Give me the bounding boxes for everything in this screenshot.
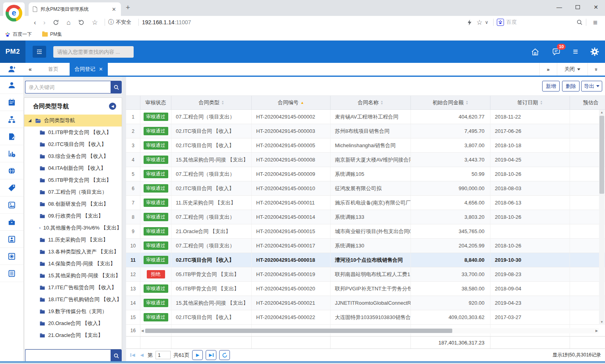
tree-item[interactable]: 13.各种类型投入资产 【支出】 xyxy=(24,246,122,258)
security-label[interactable]: 不安全 xyxy=(116,19,131,26)
panel-collapse-button[interactable]: ◀ xyxy=(109,103,116,110)
scroll-left-icon[interactable]: ◀ xyxy=(140,329,144,333)
browser-search-placeholder[interactable]: 百度 xyxy=(506,19,517,26)
column-header-签订日期[interactable]: 签订日期▲▼ xyxy=(490,96,570,109)
tree-root-node[interactable]: 合同类型导航 xyxy=(24,115,122,127)
sidebar-module-briefcase-icon[interactable] xyxy=(0,214,23,231)
last-page-button[interactable]: ▶ xyxy=(206,350,216,360)
tab-close-icon[interactable]: ✕ xyxy=(111,6,117,12)
prev-page-icon[interactable]: ◀ xyxy=(139,352,144,358)
sidebar-module-orgchart-icon[interactable] xyxy=(0,111,23,128)
tree-item[interactable]: 19.数字传媒分包（支同） xyxy=(24,306,122,317)
horizontal-scrollbar[interactable]: ◀ ▶ xyxy=(140,328,599,333)
tree-item[interactable]: 09.行政类合同 【支出】 xyxy=(24,210,122,222)
column-header-初始合同金额[interactable]: 初始合同金额▲▼ xyxy=(411,96,490,109)
tree-item[interactable]: 14.保险类合同-间接 【支出】 xyxy=(24,258,122,270)
close-window-icon[interactable]: ✕ xyxy=(587,4,605,10)
first-page-icon[interactable]: ◀ xyxy=(129,352,136,358)
scroll-down-icon[interactable]: ▼ xyxy=(600,319,603,325)
tree-item[interactable]: 07.工程合同（项目支出） xyxy=(24,186,122,198)
sidebar-module-tag-icon[interactable] xyxy=(0,179,23,197)
tree-filter-input[interactable] xyxy=(25,349,111,362)
tree-item[interactable]: 05.ITB甲骨文合同 【支出】 xyxy=(24,174,122,186)
table-row[interactable]: 5审核通过07.工程合同（项目支出）HT-20200429145-000009系… xyxy=(126,167,605,181)
table-row[interactable]: 2审核通过02.ITC项目合同 【收入】HT-20200429145-00000… xyxy=(126,124,605,138)
column-header-审核状态[interactable]: 审核状态 xyxy=(140,96,171,109)
delete-button[interactable]: 删除 xyxy=(562,81,580,91)
browser-tab[interactable]: 邦永PM2项目管理系统 ✕ xyxy=(29,2,121,16)
column-header-预估合[interactable]: 预估合 xyxy=(570,96,605,109)
tree-item[interactable]: 04.ITA创新合同 【收入】 xyxy=(24,162,122,174)
expand-icon[interactable] xyxy=(28,119,31,122)
column-header-合同类型[interactable]: 合同类型▲▼ xyxy=(171,96,252,109)
export-button[interactable]: 导出 xyxy=(581,81,602,91)
info-icon[interactable]: ⓘ xyxy=(108,19,114,26)
table-row[interactable]: 3审核通过02.ITC项目合同 【收入】HT-20200429145-00000… xyxy=(126,138,605,153)
sidebar-module-module-settings-icon[interactable] xyxy=(0,248,23,265)
back-icon[interactable]: ‹ xyxy=(34,19,36,26)
tree-search-input[interactable] xyxy=(25,81,111,93)
table-row[interactable]: 6审核通过02.ITC项目合同 【收入】HT-20200429145-00001… xyxy=(126,181,605,196)
scrollbar-thumb[interactable] xyxy=(145,329,452,333)
column-header-合同名称[interactable]: 合同名称▲▼ xyxy=(331,96,411,109)
home-button[interactable] xyxy=(531,47,540,56)
sidebar-module-globe-icon[interactable] xyxy=(0,162,23,179)
sort-icons[interactable]: ▲▼ xyxy=(222,100,224,105)
tree-item[interactable]: 03.综合业务合同 【收入】 xyxy=(24,150,122,162)
vertical-scrollbar[interactable]: ▲ ▼ xyxy=(599,110,605,325)
messages-button[interactable]: 10 xyxy=(552,47,561,56)
browser-menu-icon[interactable]: ≡ xyxy=(593,19,597,26)
table-row[interactable]: 8审核通过07.工程合同（项目支出）HT-20200429145-000014系… xyxy=(126,210,605,224)
next-page-button[interactable]: ▶ xyxy=(192,350,203,360)
undo-icon[interactable] xyxy=(78,19,85,26)
sort-icons[interactable]: ▲▼ xyxy=(540,100,543,105)
collapse-up-icon[interactable]: » xyxy=(587,63,605,76)
url-host[interactable]: 192.168.1.14 xyxy=(142,19,175,25)
tree-item[interactable]: 02.ITC项目合同 【收入】 xyxy=(24,138,122,150)
sidebar-module-report-person-icon[interactable] xyxy=(0,231,23,248)
table-row[interactable]: 11审核通过02.ITC项目合同 【收入】HT-20200429145-0000… xyxy=(126,253,605,267)
sidebar-account-cell[interactable] xyxy=(0,63,24,76)
tree-item[interactable]: 18.ITE广告机购销合同 【收入】 xyxy=(24,294,122,306)
scrollbar-thumb[interactable] xyxy=(599,116,604,194)
sidebar-module-user-icon[interactable] xyxy=(0,77,23,94)
table-row[interactable]: 15审核通过02.ITC项目合同 【收入】HT-20200429145-0000… xyxy=(126,310,605,325)
table-row[interactable]: 12拒绝05.ITB甲骨文合同 【支出】HT-20200429145-00001… xyxy=(126,267,605,282)
sort-icons[interactable]: ▲▼ xyxy=(466,100,469,105)
tree-item[interactable]: 08.创新研发合同 【支出】 xyxy=(24,198,122,210)
sidebar-module-document-edit-icon[interactable] xyxy=(0,128,23,145)
sort-icons[interactable]: ▲▼ xyxy=(381,100,383,105)
favorite-star-icon[interactable]: ☆ xyxy=(92,19,98,26)
bookmark-star-icon[interactable]: ☆ xyxy=(477,19,482,26)
lightning-icon[interactable] xyxy=(467,19,472,25)
forward-icon[interactable]: › xyxy=(43,19,46,26)
scroll-up-icon[interactable]: ▲ xyxy=(600,110,603,115)
tab-close-icon[interactable]: ✕ xyxy=(99,66,103,72)
search-icon[interactable] xyxy=(576,19,583,25)
close-tabs-dropdown[interactable]: 关闭 xyxy=(557,63,587,76)
tree-filter-button[interactable] xyxy=(111,349,122,362)
tree-search-button[interactable] xyxy=(111,81,122,93)
table-row[interactable]: 4审核通过15.其他采购合同-间接 【支出】HT-20200429145-000… xyxy=(126,153,605,167)
home-nav-icon[interactable]: ⌂ xyxy=(66,19,70,26)
refresh-button[interactable] xyxy=(219,350,230,360)
maximize-icon[interactable] xyxy=(568,4,587,10)
url-port[interactable]: :11007 xyxy=(175,19,191,25)
sidebar-module-schedule-icon[interactable] xyxy=(0,94,23,111)
minimize-icon[interactable]: — xyxy=(550,4,568,10)
tab-contract-register[interactable]: 合同登记 ✕ xyxy=(70,63,108,76)
add-button[interactable]: 新增 xyxy=(542,81,560,91)
scroll-right-icon[interactable]: ▶ xyxy=(595,329,599,333)
reload-icon[interactable] xyxy=(53,19,59,26)
app-menu-icon[interactable]: ≡ xyxy=(573,47,578,56)
table-row[interactable]: 13审核通过05.ITB甲骨文合同 【支出】HT-20200429145-000… xyxy=(126,282,605,296)
page-number-input[interactable] xyxy=(156,351,171,359)
table-row[interactable]: 14审核通过15.其他采购合同-间接 【支出】HT-20200429145-00… xyxy=(126,296,605,310)
table-row[interactable]: 9审核通过21.Oracle合同 【支出】HT-20200429145-0000… xyxy=(126,224,605,239)
sort-asc-icon[interactable]: ▲ xyxy=(301,101,304,105)
tabs-scroll-right-icon[interactable]: » xyxy=(539,63,557,76)
app-logo[interactable]: PM2 xyxy=(0,41,25,63)
tree-item[interactable]: 01.ITB甲骨文合同 【收入】 xyxy=(24,127,122,138)
table-row[interactable]: 10审核通过07.工程合同（项目支出）HT-20200429145-000017… xyxy=(126,239,605,253)
tree-item[interactable]: 21.Oracle合同 【支出】 xyxy=(24,329,122,341)
